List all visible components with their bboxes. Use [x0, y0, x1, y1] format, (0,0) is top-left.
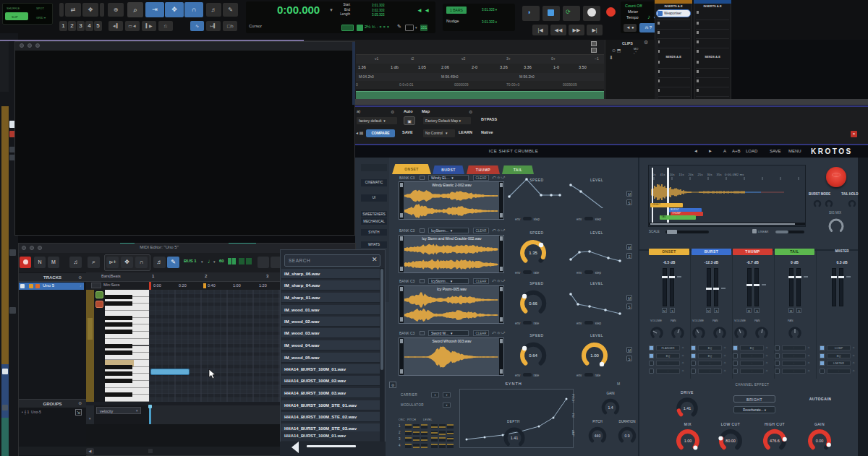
svg-text:1.00: 1.00	[590, 353, 599, 358]
svg-text:1.00: 1.00	[684, 439, 692, 443]
svg-text:1.4: 1.4	[608, 405, 613, 410]
svg-text:1.41: 1.41	[511, 436, 519, 440]
svg-text:80.00: 80.00	[726, 439, 736, 443]
svg-text:0.66: 0.66	[529, 301, 537, 306]
svg-text:440: 440	[595, 434, 601, 438]
svg-text:1.41: 1.41	[684, 406, 692, 410]
svg-text:0.64: 0.64	[529, 353, 537, 358]
svg-text:1.35: 1.35	[529, 251, 537, 255]
svg-text:476.6: 476.6	[770, 439, 780, 443]
svg-text:0.9: 0.9	[625, 434, 630, 438]
svg-text:0.00: 0.00	[816, 439, 824, 443]
